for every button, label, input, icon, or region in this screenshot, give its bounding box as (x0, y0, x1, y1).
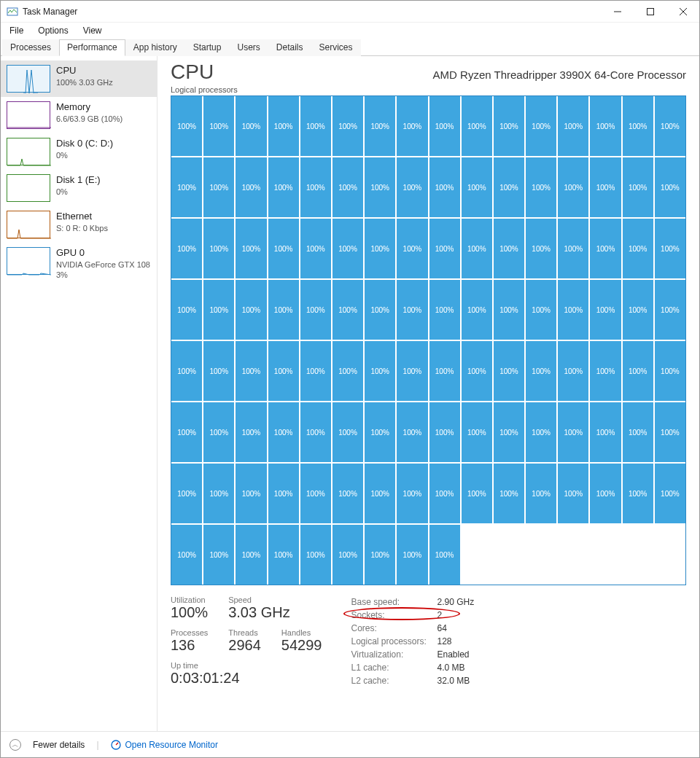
core-cell: 100% (462, 219, 492, 278)
detail-row: L1 cache:4.0 MB (351, 661, 474, 674)
core-cell: 100% (558, 96, 588, 156)
sidebar-item-sub: S: 0 R: 0 Kbps (56, 223, 108, 233)
menu-options[interactable]: Options (32, 24, 74, 37)
core-cell: 100% (623, 464, 653, 523)
core-cell: 100% (365, 96, 395, 156)
core-cell: 100% (236, 525, 266, 585)
menubar: File Options View (1, 23, 699, 39)
core-cell: 100% (429, 96, 460, 156)
tab-performance[interactable]: Performance (59, 39, 125, 56)
minimize-button[interactable] (601, 1, 634, 23)
core-cell: 100% (332, 525, 363, 585)
tabstrip: Processes Performance App history Startu… (1, 39, 699, 56)
cpu-thumb-icon (7, 65, 50, 93)
core-cell: 100% (623, 402, 653, 462)
core-cell: 100% (429, 525, 460, 585)
core-cell: 100% (526, 219, 556, 278)
core-cell: 100% (494, 402, 524, 462)
sidebar-item-label: Memory (56, 101, 122, 114)
core-cell: 100% (462, 402, 492, 462)
disk-thumb-icon (7, 174, 50, 202)
core-cell: 100% (397, 157, 427, 217)
chevron-up-icon[interactable]: ︿ (9, 739, 21, 751)
fewer-details-link[interactable]: Fewer details (33, 740, 85, 750)
sidebar-item-ethernet[interactable]: Ethernet S: 0 R: 0 Kbps (1, 206, 157, 243)
core-cell: 100% (268, 96, 299, 156)
core-cell (623, 525, 653, 585)
core-cell: 100% (558, 280, 588, 340)
maximize-button[interactable] (634, 1, 666, 23)
core-cell: 100% (171, 464, 202, 523)
core-cell: 100% (429, 219, 460, 278)
performance-sidebar: CPU 100% 3.03 GHz Memory 6.6/63.9 GB (10… (1, 56, 158, 731)
core-cell: 100% (300, 219, 331, 278)
tab-users[interactable]: Users (229, 39, 268, 56)
core-cell: 100% (171, 525, 202, 585)
sidebar-item-disk1[interactable]: Disk 1 (E:) 0% (1, 170, 157, 206)
sidebar-item-disk0[interactable]: Disk 0 (C: D:) 0% (1, 133, 157, 170)
core-cell: 100% (268, 464, 299, 523)
core-cell: 100% (365, 219, 395, 278)
core-cell: 100% (332, 219, 363, 278)
tab-details[interactable]: Details (268, 39, 311, 56)
close-button[interactable] (666, 1, 699, 23)
core-cell (494, 525, 524, 585)
core-cell: 100% (397, 96, 427, 156)
core-cell: 100% (526, 96, 556, 156)
core-cell: 100% (526, 402, 556, 462)
core-cell (590, 525, 621, 585)
sidebar-item-gpu0[interactable]: GPU 0 NVIDIA GeForce GTX 108 3% (1, 243, 157, 284)
core-cell: 100% (300, 402, 331, 462)
menu-file[interactable]: File (4, 24, 29, 37)
core-cell: 100% (268, 157, 299, 217)
menu-view[interactable]: View (77, 24, 108, 37)
core-cell: 100% (171, 341, 202, 401)
tab-processes[interactable]: Processes (2, 39, 59, 56)
core-cell: 100% (171, 402, 202, 462)
core-cell: 100% (590, 402, 621, 462)
sidebar-item-memory[interactable]: Memory 6.6/63.9 GB (10%) (1, 97, 157, 133)
sidebar-item-cpu[interactable]: CPU 100% 3.03 GHz (1, 60, 157, 97)
detail-row: Logical processors:128 (351, 635, 474, 648)
core-cell: 100% (365, 402, 395, 462)
sidebar-item-sub: 6.6/63.9 GB (10%) (56, 114, 122, 124)
core-cell: 100% (462, 157, 492, 217)
core-cell: 100% (429, 341, 460, 401)
core-cell: 100% (171, 280, 202, 340)
stat-utilization: Utilization 100% (171, 595, 208, 621)
stat-uptime: Up time 0:03:01:24 (171, 661, 322, 687)
core-cell: 100% (590, 96, 621, 156)
tab-startup[interactable]: Startup (185, 39, 230, 56)
core-cell: 100% (300, 464, 331, 523)
tab-app-history[interactable]: App history (125, 39, 185, 56)
core-cell: 100% (171, 96, 202, 156)
ethernet-thumb-icon (7, 211, 50, 238)
core-cell: 100% (494, 341, 524, 401)
core-cell: 100% (332, 280, 363, 340)
core-cell (655, 525, 685, 585)
tab-services[interactable]: Services (311, 39, 361, 56)
sidebar-item-label: Ethernet (56, 211, 108, 223)
core-cell: 100% (332, 402, 363, 462)
core-cell: 100% (590, 464, 621, 523)
core-cell (558, 525, 588, 585)
core-cell: 100% (332, 464, 363, 523)
core-cell: 100% (203, 464, 234, 523)
core-cell: 100% (623, 219, 653, 278)
svg-line-7 (116, 743, 118, 745)
core-cell: 100% (171, 157, 202, 217)
stat-processes: Processes 136 (171, 628, 208, 654)
cpu-details-table: Base speed:2.90 GHzSockets:2Cores:64Logi… (351, 595, 474, 687)
core-cell: 100% (268, 341, 299, 401)
core-cell: 100% (494, 464, 524, 523)
core-cell: 100% (236, 341, 266, 401)
logical-processor-grid[interactable]: 100%100%100%100%100%100%100%100%100%100%… (171, 95, 686, 585)
cpu-panel: CPU AMD Ryzen Threadripper 3990X 64-Core… (158, 56, 699, 731)
sidebar-item-sub2: 3% (56, 270, 150, 280)
core-cell: 100% (494, 280, 524, 340)
detail-row: Sockets:2 (351, 609, 474, 622)
open-resource-monitor-link[interactable]: Open Resource Monitor (111, 740, 218, 750)
core-cell: 100% (526, 464, 556, 523)
sidebar-item-label: CPU (56, 65, 113, 77)
core-cell: 100% (494, 96, 524, 156)
